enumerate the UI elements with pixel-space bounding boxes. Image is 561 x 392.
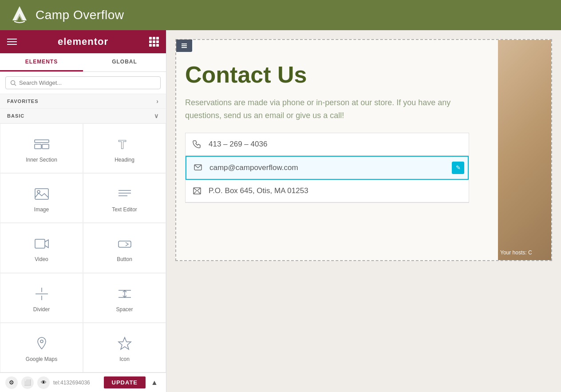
search-icon — [10, 80, 16, 86]
bottom-bar-right: UPDATE ▲ — [104, 376, 161, 389]
contact-heading: Contact Us — [185, 62, 542, 87]
divider-label: Divider — [33, 306, 50, 313]
favorites-label: FAVORITES — [7, 99, 39, 104]
contact-address-item: P.O. Box 645, Otis, MA 01253 — [186, 180, 469, 202]
svg-point-21 — [40, 340, 43, 343]
right-image-caption: Your hosts: C — [500, 249, 532, 256]
update-button[interactable]: UPDATE — [104, 376, 146, 388]
tab-global[interactable]: GLOBAL — [83, 53, 166, 71]
svg-rect-24 — [182, 45, 187, 46]
basic-section-header: BASIC ∨ — [0, 109, 166, 123]
search-area — [0, 72, 166, 94]
canvas-inner: Contact Us Reservations are made via pho… — [166, 30, 561, 392]
svg-rect-6 — [42, 144, 49, 149]
right-image-panel: Your hosts: C — [498, 40, 551, 260]
image-label: Image — [34, 206, 49, 213]
search-input[interactable] — [19, 79, 156, 86]
inner-section-label: Inner Section — [26, 157, 57, 163]
sidebar: elementor ELEMENTS GLOBAL FAVO — [0, 30, 166, 392]
favorites-section-header: FAVORITES › — [0, 94, 166, 109]
edit-pencil-button[interactable]: ✎ — [452, 162, 464, 174]
address-text: P.O. Box 645, Otis, MA 01253 — [209, 186, 308, 195]
svg-rect-4 — [35, 140, 49, 143]
contact-phone-item: 413 – 269 – 4036 — [186, 133, 469, 156]
svg-rect-13 — [35, 239, 45, 248]
svg-rect-23 — [182, 44, 187, 44]
widget-divider[interactable]: Divider — [0, 273, 83, 323]
image-icon — [33, 185, 51, 203]
video-icon — [33, 235, 51, 253]
icon-label: Icon — [119, 356, 130, 362]
tab-elements[interactable]: ELEMENTS — [0, 53, 83, 71]
widget-google-maps[interactable]: Google Maps — [0, 323, 83, 372]
svg-text:T: T — [119, 138, 126, 151]
sidebar-tabs: ELEMENTS GLOBAL — [0, 53, 166, 72]
favorites-chevron-icon[interactable]: › — [156, 98, 159, 105]
inner-section-icon — [33, 135, 51, 153]
bottom-bar: ⚙ ⬜ 👁 tel:4132694036 UPDATE ▲ — [0, 372, 166, 392]
text-editor-icon — [116, 185, 134, 203]
basic-label: BASIC — [7, 113, 24, 119]
site-title: Camp Overflow — [36, 8, 124, 22]
top-bar: Camp Overflow — [0, 0, 561, 30]
icon-widget-icon — [116, 335, 134, 352]
spacer-label: Spacer — [116, 306, 133, 313]
svg-rect-25 — [182, 47, 187, 48]
contact-info-list: 413 – 269 – 4036 camp@campoverflow.com ✎ — [185, 133, 469, 203]
section-handle[interactable] — [176, 40, 192, 52]
section-container: Contact Us Reservations are made via pho… — [175, 39, 552, 261]
google-maps-icon — [33, 335, 51, 352]
heading-label: Heading — [115, 157, 134, 163]
eye-icon[interactable]: 👁 — [37, 376, 50, 389]
site-logo: Camp Overflow — [9, 4, 124, 26]
email-text: camp@campoverflow.com — [209, 163, 298, 172]
mail-icon — [193, 186, 202, 196]
heading-icon: T — [116, 135, 134, 153]
video-label: Video — [35, 256, 48, 262]
svg-line-3 — [15, 84, 16, 86]
responsive-icon[interactable]: ⬜ — [21, 376, 34, 389]
grid-apps-icon[interactable] — [149, 37, 159, 47]
google-maps-label: Google Maps — [26, 356, 57, 362]
text-editor-label: Text Editor — [112, 206, 137, 213]
widget-spacer[interactable]: Spacer — [83, 273, 166, 323]
widget-button[interactable]: Button — [83, 223, 166, 273]
basic-chevron-icon[interactable]: ∨ — [154, 112, 159, 119]
widgets-grid: Inner Section T Heading Image — [0, 123, 166, 372]
svg-marker-22 — [119, 337, 131, 349]
chat-icon — [194, 163, 203, 173]
main-layout: elementor ELEMENTS GLOBAL FAVO — [0, 30, 561, 392]
svg-rect-8 — [35, 189, 48, 199]
button-icon — [116, 235, 134, 253]
widget-text-editor[interactable]: Text Editor — [83, 173, 166, 223]
contact-subtext: Reservations are made via phone or in-pe… — [185, 96, 451, 122]
settings-icon[interactable]: ⚙ — [5, 376, 18, 389]
sidebar-brand: elementor — [58, 36, 108, 48]
menu-hamburger[interactable] — [7, 39, 17, 45]
canvas-area: + ⠿ × ◂ Contact Us Reservations are made… — [166, 30, 561, 392]
logo-icon — [9, 4, 30, 26]
contact-email-item: camp@campoverflow.com ✎ — [186, 156, 469, 180]
divider-icon — [33, 285, 51, 303]
spacer-icon — [116, 285, 134, 303]
svg-rect-5 — [35, 144, 41, 149]
phone-icon — [193, 139, 202, 149]
widget-heading[interactable]: T Heading — [83, 123, 166, 173]
button-label: Button — [117, 256, 132, 262]
widget-image[interactable]: Image — [0, 173, 83, 223]
svg-line-29 — [198, 191, 201, 194]
svg-line-28 — [194, 191, 196, 194]
phone-text: 413 – 269 – 4036 — [209, 140, 267, 149]
bottom-bar-left: ⚙ ⬜ 👁 tel:4132694036 — [5, 376, 90, 389]
sidebar-header: elementor — [0, 30, 166, 53]
widget-video[interactable]: Video — [0, 223, 83, 273]
widget-icon[interactable]: Icon — [83, 323, 166, 372]
svg-point-2 — [11, 80, 15, 84]
svg-rect-14 — [119, 241, 131, 247]
tel-text: tel:4132694036 — [53, 380, 90, 386]
expand-icon[interactable]: ▲ — [148, 376, 161, 389]
widget-inner-section[interactable]: Inner Section — [0, 123, 83, 173]
